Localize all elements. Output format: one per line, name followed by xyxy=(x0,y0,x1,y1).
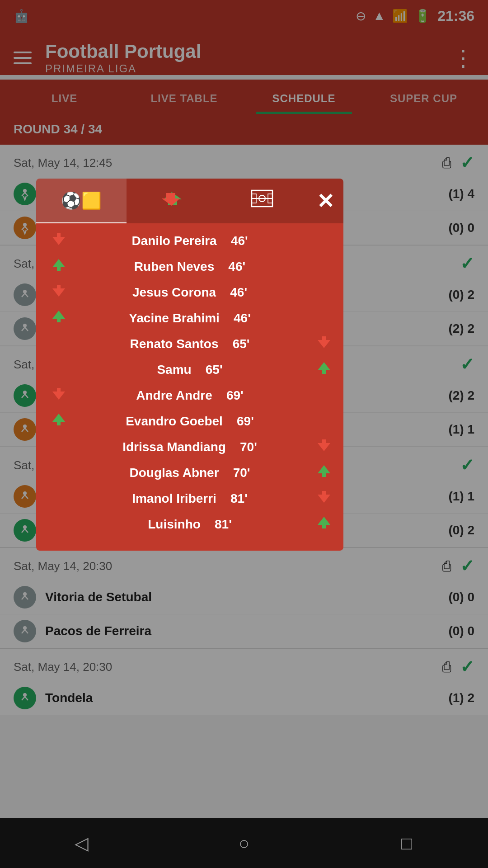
sub-arrow-right-5 xyxy=(310,335,332,352)
sub-arrow-right-10 xyxy=(310,464,332,481)
sub-row-4: Yacine Brahimi 46' xyxy=(45,305,334,331)
svg-marker-24 xyxy=(52,388,65,400)
sub-name-6: Samu 65' xyxy=(70,363,310,377)
sub-arrow-left-3 xyxy=(47,284,70,301)
sub-row-1: Danilo Pereira 46' xyxy=(45,228,334,254)
substitutions-modal: ⚽🟨 ✕ xyxy=(36,179,343,551)
sub-arrow-left-4 xyxy=(47,310,70,326)
sub-name-2: Ruben Neves 46' xyxy=(70,259,310,274)
sub-arrow-left-8 xyxy=(47,413,70,429)
sub-row-3: Jesus Corona 46' xyxy=(45,279,334,305)
svg-marker-26 xyxy=(318,439,330,451)
sub-arrow-left-1 xyxy=(47,232,70,249)
modal-tab-cards[interactable]: ⚽🟨 xyxy=(36,179,127,223)
sub-name-9: Idrissa Mandiang 70' xyxy=(70,440,310,454)
modal-close-button[interactable]: ✕ xyxy=(307,179,343,223)
sub-row-5: Renato Santos 65' xyxy=(45,331,334,357)
sub-arrow-left-7 xyxy=(47,387,70,404)
svg-marker-23 xyxy=(318,362,330,374)
svg-marker-29 xyxy=(318,517,330,528)
svg-marker-20 xyxy=(52,285,65,297)
sub-row-7: Andre Andre 69' xyxy=(45,382,334,408)
sub-row-9: Idrissa Mandiang 70' xyxy=(45,434,334,460)
svg-marker-21 xyxy=(52,311,65,322)
sub-row-6: Samu 65' xyxy=(45,357,334,382)
sub-name-12: Luisinho 81' xyxy=(70,517,310,532)
substitution-list: Danilo Pereira 46' Ruben Neves 46' J xyxy=(36,223,343,542)
sub-row-8: Evandro Goebel 69' xyxy=(45,408,334,434)
svg-marker-19 xyxy=(52,259,65,271)
svg-marker-27 xyxy=(318,465,330,477)
svg-marker-25 xyxy=(52,414,65,425)
cards-tab-icon: ⚽🟨 xyxy=(61,191,102,210)
svg-marker-28 xyxy=(318,491,330,503)
sub-arrow-right-12 xyxy=(310,516,332,533)
svg-marker-18 xyxy=(52,233,65,245)
arrows-icon xyxy=(158,190,185,207)
sub-name-10: Douglas Abner 70' xyxy=(70,466,310,480)
sub-arrow-right-9 xyxy=(310,439,332,455)
sub-name-3: Jesus Corona 46' xyxy=(70,285,310,300)
sub-name-8: Evandro Goebel 69' xyxy=(70,414,310,429)
sub-name-11: Imanol Iriberri 81' xyxy=(70,491,310,506)
sub-arrow-left-2 xyxy=(47,258,70,275)
sub-name-1: Danilo Pereira 46' xyxy=(70,234,310,248)
modal-tab-substitutions[interactable] xyxy=(127,179,217,223)
arrows-tab-icon xyxy=(158,190,185,211)
sub-name-4: Yacine Brahimi 46' xyxy=(70,311,310,326)
modal-tab-bar: ⚽🟨 ✕ xyxy=(36,179,343,223)
sub-arrow-right-6 xyxy=(310,361,332,378)
sub-row-10: Douglas Abner 70' xyxy=(45,460,334,486)
modal-tab-field[interactable] xyxy=(217,179,307,223)
field-tab-icon xyxy=(251,189,273,212)
sub-arrow-right-11 xyxy=(310,490,332,507)
soccer-field-icon xyxy=(251,189,273,208)
sub-row-12: Luisinho 81' xyxy=(45,511,334,537)
sub-row-2: Ruben Neves 46' xyxy=(45,254,334,279)
sub-name-5: Renato Santos 65' xyxy=(70,337,310,351)
sub-row-11: Imanol Iriberri 81' xyxy=(45,486,334,511)
sub-name-7: Andre Andre 69' xyxy=(70,388,310,403)
svg-marker-22 xyxy=(318,336,330,348)
